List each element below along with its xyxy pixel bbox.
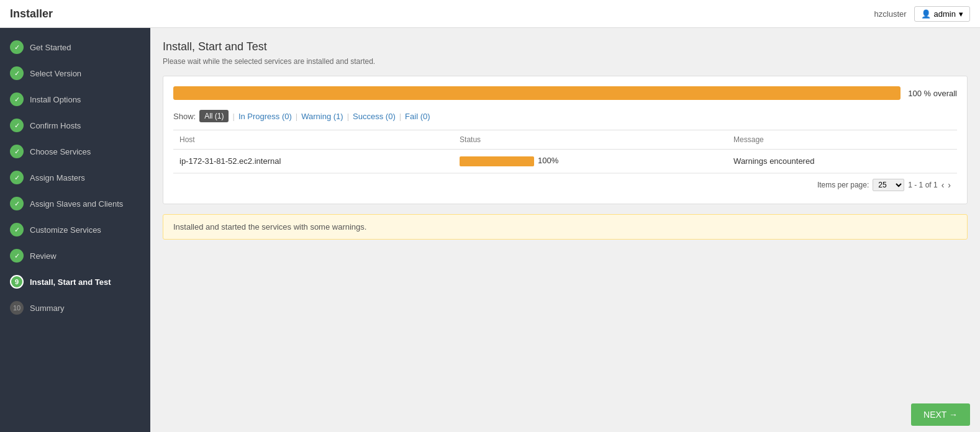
warning-box: Installed and started the services with …	[163, 214, 968, 240]
cell-message: Warnings encountered	[727, 150, 957, 173]
sidebar-item-choose-services[interactable]: ✓Choose Services	[0, 138, 150, 164]
row-progress-bar	[460, 156, 534, 166]
sidebar-item-label: Install, Start and Test	[30, 277, 111, 287]
items-per-page-select[interactable]: 25 50 100	[873, 179, 904, 191]
overall-progress-bar-outer	[173, 86, 901, 100]
cell-host: ip-172-31-81-52.ec2.internal	[173, 150, 453, 173]
step-icon-install-options: ✓	[10, 92, 24, 106]
sidebar: ✓Get Started✓Select Version✓Install Opti…	[0, 28, 150, 432]
sidebar-item-summary[interactable]: 10Summary	[0, 295, 150, 321]
show-label: Show:	[173, 112, 196, 121]
sidebar-item-select-version[interactable]: ✓Select Version	[0, 60, 150, 86]
sidebar-item-label: Install Options	[30, 95, 81, 104]
step-icon-get-started: ✓	[10, 40, 24, 54]
page-subtitle: Please wait while the selected services …	[163, 57, 968, 66]
sidebar-item-label: Review	[30, 251, 57, 261]
page-next-button[interactable]: ›	[948, 180, 951, 190]
step-icon-confirm-hosts: ✓	[10, 119, 24, 132]
sidebar-item-confirm-hosts[interactable]: ✓Confirm Hosts	[0, 112, 150, 138]
hosts-table: Host Status Message ip-172-31-81-52.ec2.…	[173, 130, 957, 173]
page-title: Install, Start and Test	[163, 40, 968, 53]
page-prev-button[interactable]: ‹	[941, 180, 945, 190]
cell-status: 100%	[453, 150, 727, 173]
install-card: 100 % overall Show: All (1) | In Progres…	[163, 76, 968, 204]
topbar-right: hzcluster 👤 admin ▾	[874, 6, 970, 22]
filter-all-button[interactable]: All (1)	[199, 110, 229, 122]
main-content: Install, Start and Test Please wait whil…	[150, 28, 980, 432]
cluster-name: hzcluster	[874, 9, 907, 19]
app-title: Installer	[10, 7, 53, 20]
sidebar-item-assign-slaves[interactable]: ✓Assign Slaves and Clients	[0, 191, 150, 217]
sidebar-item-get-started[interactable]: ✓Get Started	[0, 34, 150, 60]
sidebar-item-review[interactable]: ✓Review	[0, 243, 150, 269]
user-icon: 👤	[921, 9, 931, 19]
col-status: Status	[453, 130, 727, 150]
table-row: ip-172-31-81-52.ec2.internal100%Warnings…	[173, 150, 957, 173]
sidebar-item-assign-masters[interactable]: ✓Assign Masters	[0, 164, 150, 191]
step-icon-review: ✓	[10, 249, 24, 263]
sidebar-item-customize-services[interactable]: ✓Customize Services	[0, 217, 150, 243]
sidebar-item-label: Select Version	[30, 69, 81, 78]
filter-in-progress-link[interactable]: In Progress (0)	[238, 112, 292, 121]
topbar: Installer hzcluster 👤 admin ▾	[0, 0, 980, 28]
sidebar-item-label: Get Started	[30, 43, 71, 52]
step-icon-install-start-test: 9	[10, 275, 24, 289]
items-per-page-label: Items per page:	[817, 181, 869, 189]
sidebar-item-label: Summary	[30, 304, 65, 313]
step-icon-choose-services: ✓	[10, 145, 24, 158]
overall-progress-bar-inner	[173, 86, 901, 100]
step-icon-customize-services: ✓	[10, 223, 24, 236]
step-icon-select-version: ✓	[10, 66, 24, 80]
overall-progress-label: 100 % overall	[908, 89, 957, 98]
admin-label: admin	[934, 9, 956, 19]
row-percent: 100%	[538, 156, 558, 165]
admin-menu-button[interactable]: 👤 admin ▾	[914, 6, 970, 22]
filter-fail-link[interactable]: Fail (0)	[405, 112, 430, 121]
sidebar-item-install-options[interactable]: ✓Install Options	[0, 86, 150, 112]
col-message: Message	[727, 130, 957, 150]
col-host: Host	[173, 130, 453, 150]
sidebar-item-label: Assign Masters	[30, 173, 85, 182]
bottom-bar: NEXT →	[901, 397, 980, 432]
pagination-row: Items per page: 25 50 100 1 - 1 of 1 ‹ ›	[173, 173, 957, 194]
step-icon-summary: 10	[10, 301, 24, 315]
sidebar-item-label: Assign Slaves and Clients	[30, 199, 123, 209]
filter-success-link[interactable]: Success (0)	[353, 112, 396, 121]
step-icon-assign-slaves: ✓	[10, 197, 24, 210]
step-icon-assign-masters: ✓	[10, 171, 24, 184]
filter-row: Show: All (1) | In Progress (0) | Warnin…	[173, 110, 957, 122]
main-layout: ✓Get Started✓Select Version✓Install Opti…	[0, 28, 980, 432]
sidebar-item-install-start-test[interactable]: 9Install, Start and Test	[0, 269, 150, 295]
page-range: 1 - 1 of 1	[908, 181, 937, 189]
filter-warning-link[interactable]: Warning (1)	[301, 112, 343, 121]
sidebar-item-label: Confirm Hosts	[30, 121, 81, 130]
table-header: Host Status Message	[173, 130, 957, 150]
next-button[interactable]: NEXT →	[911, 403, 970, 426]
chevron-down-icon: ▾	[959, 9, 963, 19]
sidebar-item-label: Choose Services	[30, 147, 91, 156]
sidebar-item-label: Customize Services	[30, 225, 101, 235]
table-body: ip-172-31-81-52.ec2.internal100%Warnings…	[173, 150, 957, 173]
hosts-table-wrapper: Host Status Message ip-172-31-81-52.ec2.…	[173, 130, 957, 194]
overall-progress-row: 100 % overall	[173, 86, 957, 100]
